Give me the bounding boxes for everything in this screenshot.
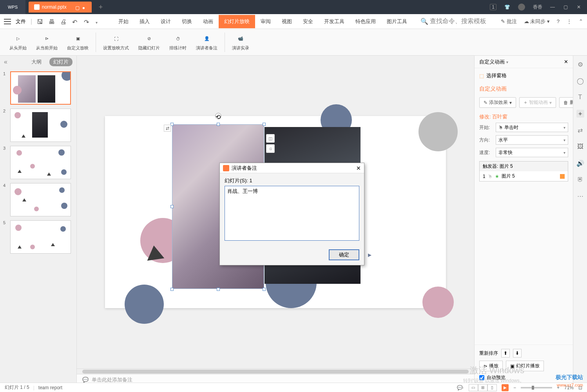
- thumbnail-4[interactable]: 4: [3, 183, 73, 216]
- custom-show-button[interactable]: ▣自定义放映: [62, 34, 93, 51]
- badge-count[interactable]: 1: [490, 4, 496, 10]
- setup-show-button[interactable]: ⛶设置放映方式: [98, 34, 134, 51]
- collapse-ribbon-icon[interactable]: ⌃: [579, 18, 583, 24]
- slideshow-view-icon[interactable]: ▶: [502, 384, 509, 391]
- start-select[interactable]: 🖱 单击时: [496, 123, 568, 132]
- thumbnail-3[interactable]: 3: [3, 146, 73, 179]
- thumbnail-2[interactable]: 2: [3, 109, 73, 142]
- tab-picture-tools[interactable]: 图片工具: [381, 15, 413, 28]
- wps-logo[interactable]: WPS: [0, 0, 25, 14]
- sync-status[interactable]: ☁ 未同步 ▾: [524, 18, 550, 25]
- slides-tab[interactable]: 幻灯片: [49, 58, 72, 66]
- more-strip-icon[interactable]: ⋯: [576, 192, 584, 200]
- tab-devtools[interactable]: 开发工具: [319, 15, 350, 28]
- print-icon[interactable]: 🖶: [49, 18, 55, 25]
- command-search[interactable]: 🔍 查找命令、搜索模板: [420, 17, 486, 25]
- comment-button[interactable]: ✎ 批注: [501, 18, 517, 25]
- move-down-button[interactable]: ⬇: [513, 349, 522, 358]
- add-effect-button[interactable]: ✎ 添加效果 ▾: [479, 97, 516, 108]
- trigger-item-1[interactable]: 1 🖱 ★ 图片 5: [480, 171, 568, 181]
- reading-view-icon[interactable]: ▯: [487, 384, 497, 391]
- scrollbar-thumb[interactable]: [82, 370, 469, 374]
- tab-transition[interactable]: 切换: [176, 15, 197, 28]
- resize-handle-sw[interactable]: [170, 288, 174, 291]
- properties-icon[interactable]: ⚙: [576, 60, 584, 68]
- layer-icon[interactable]: ◫: [266, 134, 275, 143]
- record-button[interactable]: 📹演讲实录: [227, 34, 254, 51]
- outline-tab[interactable]: 大纲: [27, 58, 45, 66]
- document-tab[interactable]: normal.pptx ▢ ●: [29, 2, 92, 13]
- resize-handle-nw[interactable]: [170, 123, 174, 126]
- tab-start[interactable]: 开始: [113, 15, 134, 28]
- image-strip-icon[interactable]: 🖼: [576, 143, 584, 151]
- thumbnail-5[interactable]: 5: [3, 220, 73, 254]
- move-up-button[interactable]: ⬆: [501, 349, 510, 358]
- item-menu-icon[interactable]: [560, 174, 565, 179]
- tab-design[interactable]: 设计: [155, 15, 176, 28]
- select-pane-button[interactable]: ⬚ 选择窗格: [475, 68, 573, 83]
- crop-icon[interactable]: ⟃: [266, 144, 275, 153]
- tab-slideshow[interactable]: 幻灯片放映: [219, 15, 255, 28]
- zoom-slider[interactable]: [521, 387, 552, 388]
- thumbnail-list[interactable]: 1 2 3: [0, 68, 76, 385]
- resize-handle-se[interactable]: [263, 288, 266, 291]
- from-beginning-button[interactable]: ▷从头开始: [5, 34, 31, 51]
- close-icon[interactable]: ✕: [577, 4, 582, 10]
- collapse-panel-icon[interactable]: «: [4, 58, 7, 65]
- zoom-thumb[interactable]: [532, 386, 534, 390]
- speaker-notes-button[interactable]: 👤演讲者备注: [191, 34, 222, 51]
- shapes-icon[interactable]: ◯: [576, 77, 584, 85]
- close-panel-icon[interactable]: ✕: [564, 59, 568, 65]
- smart-anim-button[interactable]: ✦ 智能动画 ▾: [519, 97, 556, 108]
- dialog-close-icon[interactable]: ✕: [356, 165, 361, 171]
- qat-more-icon[interactable]: [96, 18, 102, 25]
- notes-toggle-icon[interactable]: 💬·: [457, 385, 464, 390]
- user-avatar[interactable]: [518, 4, 525, 11]
- save-icon[interactable]: 🖫: [37, 18, 43, 25]
- notes-textarea[interactable]: [225, 186, 359, 241]
- more-icon[interactable]: ⋮: [567, 18, 572, 24]
- resize-handle-n[interactable]: [217, 123, 220, 126]
- panel-dropdown-icon[interactable]: [506, 59, 508, 65]
- hamburger-icon[interactable]: [4, 19, 11, 24]
- rotate-handle[interactable]: ⟲: [215, 113, 221, 119]
- new-tab-button[interactable]: +: [99, 3, 103, 11]
- resize-handle-w[interactable]: [170, 205, 174, 208]
- safe-strip-icon[interactable]: ⛨: [576, 176, 584, 183]
- direction-select[interactable]: 水平: [496, 135, 568, 145]
- maximize-icon[interactable]: ▢: [563, 4, 569, 10]
- tab-review[interactable]: 审阅: [255, 15, 276, 28]
- print-preview-icon[interactable]: 🖨: [60, 18, 67, 25]
- audio-strip-icon[interactable]: 🔊: [576, 159, 584, 167]
- from-current-button[interactable]: ⊳从当前开始: [31, 34, 62, 51]
- horizontal-scrollbar[interactable]: [77, 368, 474, 374]
- thumbnail-1[interactable]: 1: [3, 71, 73, 105]
- normal-view-icon[interactable]: ▭: [469, 384, 478, 391]
- anim-strip-icon[interactable]: ✦: [576, 110, 584, 118]
- minimize-icon[interactable]: —: [550, 4, 556, 10]
- tab-special[interactable]: 特色应用: [350, 15, 381, 28]
- resize-handle-s[interactable]: [217, 288, 220, 291]
- tab-security[interactable]: 安全: [297, 15, 319, 28]
- dialog-titlebar[interactable]: 演讲者备注 ✕: [220, 163, 364, 173]
- apparel-icon[interactable]: 👕: [504, 4, 510, 10]
- tab-monitor-icon[interactable]: ▢: [75, 5, 79, 9]
- redo-icon[interactable]: ↷: [84, 18, 90, 25]
- anim-indicator-icon[interactable]: ⇄: [164, 125, 171, 132]
- tab-insert[interactable]: 插入: [134, 15, 155, 28]
- tab-dot-icon[interactable]: ●: [82, 5, 86, 9]
- undo-icon[interactable]: ↶: [72, 18, 78, 25]
- zoom-out-icon[interactable]: −: [513, 385, 516, 390]
- tab-animation[interactable]: 动画: [197, 15, 219, 28]
- file-menu[interactable]: 文件: [16, 18, 26, 25]
- resize-handle-ne[interactable]: [263, 123, 266, 126]
- help-icon[interactable]: ?: [557, 18, 560, 24]
- rehearse-button[interactable]: ⏱排练计时: [165, 34, 191, 51]
- sorter-view-icon[interactable]: ⊞: [478, 384, 487, 391]
- hide-slide-button[interactable]: ⊘隐藏幻灯片: [134, 34, 165, 51]
- ok-button[interactable]: 确定: [329, 249, 359, 260]
- speed-select[interactable]: 非常快: [496, 148, 568, 157]
- tab-view[interactable]: 视图: [276, 15, 297, 28]
- transition-strip-icon[interactable]: ⇄: [576, 126, 584, 134]
- text-icon[interactable]: T: [576, 93, 584, 101]
